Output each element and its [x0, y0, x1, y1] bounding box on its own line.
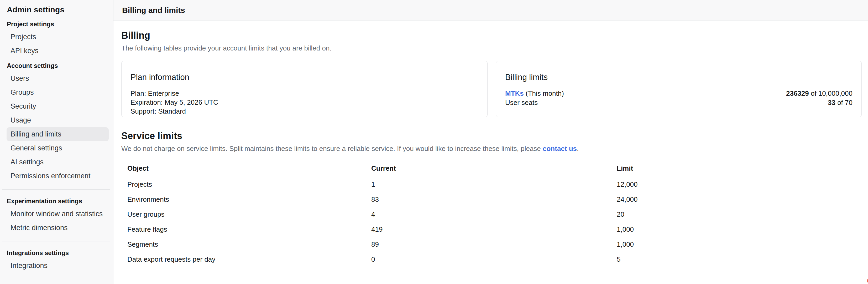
page-title: Billing and limits — [122, 6, 185, 15]
current-cell: 83 — [371, 192, 617, 207]
sidebar-item-groups[interactable]: Groups — [6, 85, 109, 100]
sidebar-section-project-settings: Project settings — [0, 19, 113, 30]
service-limits-table: Object Current Limit Projects 1 12,000 E… — [121, 161, 862, 267]
object-column-header: Object — [121, 161, 371, 177]
mtks-link[interactable]: MTKs — [505, 89, 524, 97]
object-cell: Segments — [121, 237, 371, 252]
limit-cell: 20 — [617, 207, 862, 222]
user-seats-limit: of 70 — [835, 98, 852, 107]
service-limits-heading: Service limits — [121, 117, 862, 141]
object-cell: Feature flags — [121, 222, 371, 237]
main-area: Billing and limits Billing The following… — [114, 0, 868, 284]
sidebar-item-permissions-enforcement[interactable]: Permissions enforcement — [6, 169, 109, 183]
billing-heading: Billing — [121, 21, 862, 41]
sidebar-item-projects[interactable]: Projects — [6, 30, 109, 44]
sidebar-section-account-settings: Account settings — [0, 60, 113, 72]
sidebar-item-api-keys[interactable]: API keys — [6, 44, 109, 58]
service-limits-subtitle: We do not charge on service limits. Spli… — [121, 145, 862, 153]
current-cell: 1 — [371, 177, 617, 192]
sidebar-item-security[interactable]: Security — [6, 100, 109, 113]
object-cell: Data export requests per day — [121, 252, 371, 267]
plan-card-title: Plan information — [130, 73, 478, 82]
service-subtitle-period: . — [577, 145, 579, 152]
object-cell: Environments — [121, 192, 371, 207]
mtks-label-suffix: (This month) — [524, 89, 564, 97]
sidebar-item-ai-settings[interactable]: AI settings — [6, 155, 109, 169]
sidebar-item-usage[interactable]: Usage — [6, 113, 109, 127]
object-cell: User groups — [121, 207, 371, 222]
plan-line: Plan: Enterprise — [130, 89, 478, 98]
billing-limits-card-title: Billing limits — [505, 73, 852, 82]
sidebar-section-integrations-settings: Integrations settings — [0, 247, 113, 259]
limit-cell: 5 — [617, 252, 862, 267]
sidebar-item-metric-dimensions[interactable]: Metric dimensions — [6, 221, 109, 235]
mtks-used: 236329 — [786, 89, 809, 97]
current-column-header: Current — [371, 161, 617, 177]
table-row: Projects 1 12,000 — [121, 177, 862, 192]
sidebar-divider — [2, 241, 110, 242]
user-seats-value: 33 of 70 — [828, 98, 852, 107]
admin-settings-page: Admin settings Project settings Projects… — [0, 0, 868, 284]
table-row: Feature flags 419 1,000 — [121, 222, 862, 237]
billing-subtitle: The following tables provide your accoun… — [121, 44, 862, 52]
current-cell: 419 — [371, 222, 617, 237]
sidebar-item-monitor-window-and-statistics[interactable]: Monitor window and statistics — [6, 207, 109, 221]
table-row: Data export requests per day 0 5 — [121, 252, 862, 267]
mtks-limit: of 10,000,000 — [809, 89, 852, 97]
limit-cell: 12,000 — [617, 177, 862, 192]
table-row: Environments 83 24,000 — [121, 192, 862, 207]
support-line: Support: Standard — [130, 107, 478, 116]
sidebar-item-general-settings[interactable]: General settings — [6, 141, 109, 155]
object-cell: Projects — [121, 177, 371, 192]
table-row: Segments 89 1,000 — [121, 237, 862, 252]
sidebar-item-billing-and-limits[interactable]: Billing and limits — [6, 127, 109, 141]
user-seats-row: User seats 33 of 70 — [505, 98, 852, 107]
limit-cell: 1,000 — [617, 237, 862, 252]
current-cell: 89 — [371, 237, 617, 252]
sidebar-divider — [2, 189, 110, 190]
billing-cards-row: Plan information Plan: Enterprise Expira… — [121, 61, 862, 117]
user-seats-used: 33 — [828, 98, 835, 107]
table-row: User groups 4 20 — [121, 207, 862, 222]
user-seats-label: User seats — [505, 98, 538, 107]
contact-us-link[interactable]: contact us — [543, 145, 577, 152]
table-header-row: Object Current Limit — [121, 161, 862, 177]
sidebar: Admin settings Project settings Projects… — [0, 0, 114, 284]
current-cell: 4 — [371, 207, 617, 222]
sidebar-item-integrations[interactable]: Integrations — [6, 259, 109, 273]
current-cell: 0 — [371, 252, 617, 267]
limit-cell: 1,000 — [617, 222, 862, 237]
sidebar-title: Admin settings — [0, 3, 113, 16]
expiration-line: Expiration: May 5, 2026 UTC — [130, 98, 478, 107]
sidebar-item-users[interactable]: Users — [6, 72, 109, 85]
service-subtitle-text: We do not charge on service limits. Spli… — [121, 145, 543, 152]
limit-cell: 24,000 — [617, 192, 862, 207]
mtks-value: 236329 of 10,000,000 — [786, 89, 852, 98]
plan-information-card: Plan information Plan: Enterprise Expira… — [121, 61, 488, 117]
billing-limits-card: Billing limits MTKs (This month) 236329 … — [496, 61, 862, 117]
limit-column-header: Limit — [617, 161, 862, 177]
mtks-label: MTKs (This month) — [505, 89, 564, 98]
sidebar-section-experimentation-settings: Experimentation settings — [0, 195, 113, 207]
content-area: Billing The following tables provide you… — [114, 21, 868, 284]
mtks-row: MTKs (This month) 236329 of 10,000,000 — [505, 89, 852, 98]
topbar: Billing and limits — [114, 0, 868, 21]
